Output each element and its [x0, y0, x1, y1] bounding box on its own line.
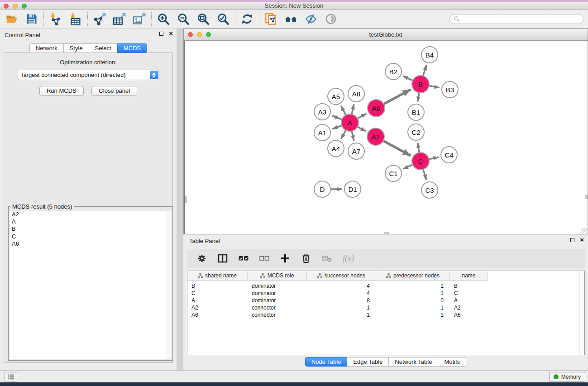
graph-edge-C-C4[interactable]: [428, 157, 439, 159]
zoom-fit-button[interactable]: [197, 13, 210, 25]
graph-node-D1[interactable]: D1: [344, 181, 361, 198]
tab-mcds[interactable]: MCDS: [117, 43, 147, 53]
table-cell[interactable]: B: [450, 282, 488, 290]
table-cell[interactable]: A2: [187, 304, 248, 311]
tab-network-table[interactable]: Network Table: [388, 357, 438, 367]
tab-network[interactable]: Network: [29, 43, 64, 53]
table-cell[interactable]: C: [187, 290, 248, 297]
table-cell[interactable]: connector: [248, 304, 307, 311]
save-session-button[interactable]: [25, 13, 38, 25]
table-cell[interactable]: C: [450, 290, 488, 297]
graph-node-B[interactable]: B: [411, 75, 430, 93]
zoom-in-button[interactable]: [157, 13, 170, 25]
resize-grip-icon[interactable]: [581, 228, 587, 234]
table-mode-button[interactable]: [197, 253, 207, 263]
criterion-select[interactable]: largest connected component (directed): [18, 70, 159, 80]
vertical-scrollbar-thumb[interactable]: [185, 196, 187, 203]
search-input[interactable]: [462, 16, 579, 23]
table-float-panel-icon[interactable]: [570, 238, 574, 242]
table-cell[interactable]: 4: [307, 290, 376, 297]
graph-node-A4[interactable]: A4: [327, 140, 344, 157]
column-header-name[interactable]: name: [450, 271, 488, 281]
zoom-window-button[interactable]: [22, 4, 27, 9]
close-panel-button[interactable]: Close panel: [91, 86, 137, 96]
network-zoom-button[interactable]: [206, 32, 211, 37]
graph-node-B3[interactable]: B3: [441, 81, 459, 98]
table-cell[interactable]: 1: [376, 282, 450, 290]
graph-edge-B-B3[interactable]: [428, 86, 440, 88]
table-close-panel-icon[interactable]: ×: [580, 238, 584, 242]
horizontal-scrollbar-thumb[interactable]: [384, 232, 389, 234]
search-field[interactable]: [449, 14, 583, 24]
delete-columns-button[interactable]: [301, 253, 311, 263]
graph-node-A6[interactable]: A6: [367, 99, 385, 117]
import-network-button[interactable]: [49, 13, 62, 25]
show-panels-button[interactable]: [5, 372, 17, 381]
table-cell[interactable]: B: [187, 282, 248, 290]
close-window-button[interactable]: [4, 4, 9, 9]
delete-table-button[interactable]: [322, 253, 332, 263]
graph-node-B4[interactable]: B4: [421, 46, 438, 63]
open-session-button[interactable]: [5, 13, 18, 25]
close-panel-icon[interactable]: ×: [169, 31, 173, 36]
result-list-item[interactable]: B: [10, 225, 172, 233]
minimize-window-button[interactable]: [13, 4, 18, 9]
graph-node-B1[interactable]: B1: [407, 104, 425, 121]
first-neighbors-button[interactable]: [285, 13, 297, 25]
hide-selected-button[interactable]: [305, 13, 317, 25]
network-close-button[interactable]: [188, 32, 193, 37]
show-all-button[interactable]: [325, 13, 337, 25]
column-header-shared-name[interactable]: shared name: [187, 271, 248, 281]
result-list-item[interactable]: A6: [10, 240, 172, 248]
table-cell[interactable]: dominator: [248, 282, 307, 290]
graph-node-A7[interactable]: A7: [348, 143, 365, 160]
graph-node-C3[interactable]: C3: [421, 181, 438, 199]
graph-node-A2[interactable]: A2: [367, 128, 385, 146]
export-image-button[interactable]: [133, 13, 146, 25]
graph-node-A[interactable]: A: [341, 114, 359, 132]
result-list-item[interactable]: A: [10, 218, 172, 225]
table-cell[interactable]: connector: [248, 311, 307, 319]
zoom-selected-button[interactable]: [217, 13, 229, 25]
graph-node-A8[interactable]: A8: [348, 85, 365, 102]
zoom-out-button[interactable]: [177, 13, 190, 25]
graph-node-D[interactable]: D: [314, 181, 331, 198]
table-cell[interactable]: dominator: [248, 297, 307, 304]
graph-node-C1[interactable]: C1: [385, 165, 402, 182]
table-cell[interactable]: A6: [187, 311, 248, 319]
column-visibility-button[interactable]: [218, 253, 228, 263]
table-cell[interactable]: 8: [307, 297, 376, 304]
deselect-all-button[interactable]: [259, 253, 269, 263]
export-network-button[interactable]: [93, 13, 106, 25]
graph-node-A3[interactable]: A3: [314, 103, 331, 120]
graph-edge-A-A2[interactable]: [357, 126, 366, 131]
graph-edge-A-A7[interactable]: [352, 130, 354, 141]
table-cell[interactable]: A6: [450, 311, 488, 319]
table-cell[interactable]: 4: [307, 282, 376, 290]
tab-style[interactable]: Style: [63, 43, 89, 53]
tab-edge-table[interactable]: Edge Table: [347, 357, 389, 367]
mcds-result-list[interactable]: A2ABCA6: [10, 211, 172, 359]
right-scrollbar-thumb[interactable]: [585, 195, 588, 199]
select-all-button[interactable]: [239, 253, 249, 263]
tab-select[interactable]: Select: [89, 43, 118, 53]
result-list-item[interactable]: A2: [10, 211, 172, 218]
table-row[interactable]: Adominator80A: [187, 297, 584, 304]
graph-node-C2[interactable]: C2: [407, 124, 425, 141]
table-row[interactable]: Cdominator41C: [187, 290, 584, 297]
graph-node-B2[interactable]: B2: [385, 63, 402, 80]
table-cell[interactable]: A: [187, 297, 248, 304]
new-column-button[interactable]: [280, 253, 290, 263]
graph-node-C[interactable]: C: [411, 152, 430, 170]
graph-node-A5[interactable]: A5: [327, 88, 344, 105]
table-row[interactable]: A2connector11A2: [187, 304, 584, 311]
float-panel-icon[interactable]: [159, 32, 163, 36]
table-cell[interactable]: dominator: [248, 290, 307, 297]
graph-edge-A6-B[interactable]: [383, 90, 411, 105]
table-cell[interactable]: 1: [376, 311, 450, 319]
tab-motifs[interactable]: Motifs: [438, 357, 466, 367]
graph-node-A1[interactable]: A1: [314, 124, 331, 141]
graph-edge-B-B1[interactable]: [418, 92, 419, 102]
table-row[interactable]: Bdominator41B: [187, 282, 584, 290]
result-list-item[interactable]: C: [10, 233, 172, 240]
